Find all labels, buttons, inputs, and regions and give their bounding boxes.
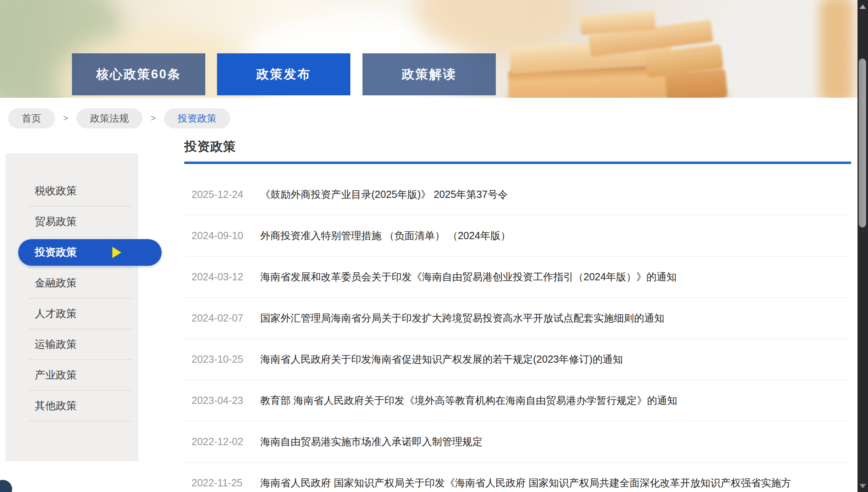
- sidebar-item-tax-policy[interactable]: 税收政策: [29, 176, 132, 206]
- sidebar-item-label: 贸易政策: [29, 206, 132, 237]
- policy-date: 2024-03-12: [184, 271, 260, 283]
- sidebar-item-label: 其他政策: [29, 391, 132, 421]
- policy-row[interactable]: 2023-04-23 教育部 海南省人民政府关于印发《境外高等教育机构在海南自由…: [184, 380, 851, 421]
- policy-row[interactable]: 2024-09-10 外商投资准入特别管理措施 （负面清单） （2024年版）: [184, 215, 851, 257]
- policy-date: 2024-09-10: [184, 230, 260, 242]
- title-underline: [184, 162, 851, 164]
- scrollbar-thumb[interactable]: [859, 59, 866, 227]
- sidebar-item-industry-policy[interactable]: 产业政策: [29, 360, 132, 391]
- breadcrumb-separator: >: [151, 113, 156, 124]
- breadcrumb: 首页 > 政策法规 > 投资政策: [8, 108, 230, 128]
- sidebar-item-trade-policy[interactable]: 贸易政策: [29, 206, 132, 237]
- breadcrumb-investment-policy[interactable]: 投资政策: [164, 108, 230, 128]
- policy-row[interactable]: 2025-12-24 《鼓励外商投资产业目录(2025年版)》 2025年第37…: [184, 174, 851, 215]
- policy-date: 2022-12-02: [184, 436, 260, 448]
- policy-row[interactable]: 2023-10-25 海南省人民政府关于印发海南省促进知识产权发展的若干规定(2…: [184, 339, 851, 380]
- sidebar-item-label: 人才政策: [29, 299, 132, 329]
- sidebar-item-label: 运输政策: [29, 329, 132, 360]
- policy-list: 2025-12-24 《鼓励外商投资产业目录(2025年版)》 2025年第37…: [184, 174, 851, 492]
- policy-title-link[interactable]: 海南省人民政府 国家知识产权局关于印发《海南省人民政府 国家知识产权局共建全面深…: [260, 476, 791, 490]
- policy-date: 2023-04-23: [184, 395, 260, 406]
- sidebar-item-talent-policy[interactable]: 人才政策: [29, 299, 132, 329]
- policy-date: 2024-02-07: [184, 312, 260, 324]
- policy-title-link[interactable]: 海南自由贸易港实施市场准入承诺即入制管理规定: [260, 435, 482, 448]
- sidebar-item-other-policy[interactable]: 其他政策: [29, 391, 132, 421]
- breadcrumb-separator: >: [63, 113, 68, 124]
- tab-core-policies[interactable]: 核心政策60条: [72, 53, 205, 95]
- sidebar: 税收政策 贸易政策 投资政策 金融政策 人才政策 运输政策 产业政策 其他政策: [6, 153, 138, 461]
- policy-row[interactable]: 2022-11-25 海南省人民政府 国家知识产权局关于印发《海南省人民政府 国…: [184, 463, 851, 492]
- policy-title-link[interactable]: 海南省人民政府关于印发海南省促进知识产权发展的若干规定(2023年修订)的通知: [260, 353, 623, 366]
- policy-row[interactable]: 2024-02-07 国家外汇管理局海南省分局关于印发扩大跨境贸易投资高水平开放…: [184, 298, 851, 339]
- page: 核心政策60条 政策发布 政策解读 首页 > 政策法规 > 投资政策 税收政策 …: [0, 0, 868, 492]
- policy-date: 2025-12-24: [184, 189, 260, 200]
- arrow-right-icon: [112, 247, 121, 258]
- banner-blur-blob: [820, 0, 853, 98]
- policy-title-link[interactable]: 外商投资准入特别管理措施 （负面清单） （2024年版）: [260, 229, 511, 242]
- page-title: 投资政策: [184, 138, 236, 155]
- tab-policy-interpretation[interactable]: 政策解读: [362, 53, 496, 95]
- sidebar-item-label: 金融政策: [29, 268, 132, 298]
- sidebar-item-finance-policy[interactable]: 金融政策: [29, 268, 132, 299]
- tab-policy-release[interactable]: 政策发布: [217, 53, 350, 95]
- breadcrumb-home[interactable]: 首页: [8, 108, 55, 128]
- vertical-scrollbar[interactable]: [857, 0, 868, 492]
- scroll-down-icon[interactable]: [860, 484, 866, 488]
- breadcrumb-policies[interactable]: 政策法规: [76, 108, 143, 128]
- policy-title-link[interactable]: 国家外汇管理局海南省分局关于印发扩大跨境贸易投资高水平开放试点配套实施细则的通知: [260, 311, 664, 325]
- policy-date: 2022-11-25: [184, 477, 260, 489]
- policy-title-link[interactable]: 海南省发展和改革委员会关于印发《海南自由贸易港创业投资工作指引（2024年版）》…: [260, 270, 677, 284]
- policy-row[interactable]: 2024-03-12 海南省发展和改革委员会关于印发《海南自由贸易港创业投资工作…: [184, 257, 851, 298]
- policy-date: 2023-10-25: [184, 353, 260, 365]
- scroll-up-icon[interactable]: [860, 4, 866, 9]
- sidebar-item-investment-policy[interactable]: 投资政策: [29, 237, 132, 268]
- policy-title-link[interactable]: 《鼓励外商投资产业目录(2025年版)》 2025年第37号令: [260, 188, 508, 201]
- policy-row[interactable]: 2022-12-02 海南自由贸易港实施市场准入承诺即入制管理规定: [184, 421, 851, 463]
- sidebar-item-label: 税收政策: [29, 176, 132, 206]
- floating-widget-corner[interactable]: [0, 480, 12, 492]
- sidebar-item-transport-policy[interactable]: 运输政策: [29, 329, 132, 360]
- sidebar-item-label: 产业政策: [29, 360, 132, 390]
- policy-title-link[interactable]: 教育部 海南省人民政府关于印发《境外高等教育机构在海南自由贸易港办学暂行规定》的…: [260, 394, 677, 407]
